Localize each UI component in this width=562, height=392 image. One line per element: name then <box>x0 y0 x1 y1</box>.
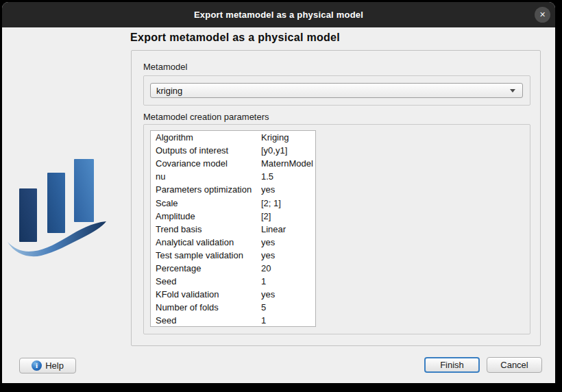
param-name-cell: nu <box>156 171 261 182</box>
window-title: Export metamodel as a physical model <box>194 10 363 20</box>
table-row[interactable]: Trend basis Linear <box>151 223 315 236</box>
param-name-cell: Algorithm <box>156 132 261 143</box>
table-row[interactable]: Analytical validation yes <box>151 236 315 249</box>
param-name-cell: Amplitude <box>156 211 261 221</box>
table-row[interactable]: Number of folds 5 <box>151 301 315 314</box>
param-name-cell: Seed <box>156 315 261 326</box>
info-icon: i <box>32 360 42 371</box>
table-row[interactable]: Parameters optimization yes <box>151 183 315 196</box>
close-button[interactable]: ✕ <box>535 7 550 23</box>
param-value-cell: 1 <box>261 315 315 326</box>
dialog-content: Export metamodel as a physical model Met… <box>2 27 555 383</box>
params-table[interactable]: Algorithm Kriging Outputs of interest [y… <box>150 130 316 327</box>
param-value-cell: MaternModel <box>261 158 315 169</box>
param-name-cell: Percentage <box>156 263 261 273</box>
finish-button[interactable]: Finish <box>424 357 480 373</box>
table-row[interactable]: Algorithm Kriging <box>151 131 315 144</box>
table-row[interactable]: Covariance model MaternModel <box>151 157 315 170</box>
parameters-label: Metamodel creation parameters <box>143 112 269 122</box>
param-value-cell: Linear <box>261 224 315 234</box>
param-value-cell: 1 <box>261 276 315 286</box>
param-name-cell: Analytical validation <box>156 237 261 247</box>
param-value-cell: yes <box>261 184 315 195</box>
param-name-cell: Number of folds <box>156 302 261 313</box>
table-row[interactable]: Outputs of interest [y0,y1] <box>151 144 315 157</box>
table-row[interactable]: nu 1.5 <box>151 170 315 183</box>
help-button-label: Help <box>45 360 64 371</box>
param-value-cell: 5 <box>261 302 315 313</box>
dialog-window: Export metamodel as a physical model ✕ E… <box>2 2 555 383</box>
page-title: Export metamodel as a physical model <box>130 32 340 44</box>
chevron-down-icon <box>510 89 515 93</box>
param-name-cell: Seed <box>156 276 261 286</box>
table-row[interactable]: KFold validation yes <box>151 288 315 301</box>
param-value-cell: [2] <box>261 211 315 221</box>
param-name-cell: Covariance model <box>156 158 261 169</box>
help-button[interactable]: i Help <box>19 358 76 373</box>
param-value-cell: [y0,y1] <box>261 145 315 156</box>
param-name-cell: KFold validation <box>156 289 261 299</box>
table-row[interactable]: Percentage 20 <box>151 262 315 275</box>
param-value-cell: yes <box>261 250 315 260</box>
param-value-cell: [2; 1] <box>261 198 315 208</box>
param-value-cell: 1.5 <box>261 171 315 182</box>
param-name-cell: Scale <box>156 198 261 208</box>
table-row[interactable]: Scale [2; 1] <box>151 196 315 209</box>
persalys-logo-icon <box>5 155 110 258</box>
logo-bar-right <box>74 159 94 222</box>
close-icon: ✕ <box>539 11 546 19</box>
metamodel-combobox[interactable]: kriging <box>150 83 523 98</box>
param-name-cell: Outputs of interest <box>156 145 261 156</box>
logo-bar-left <box>19 188 37 242</box>
param-value-cell: yes <box>261 289 315 299</box>
cancel-button-label: Cancel <box>500 360 528 370</box>
finish-button-label: Finish <box>440 360 464 370</box>
logo-bar-middle <box>47 173 65 233</box>
param-value-cell: yes <box>261 237 315 247</box>
metamodel-selected-value: kriging <box>151 86 510 96</box>
param-value-cell: 20 <box>261 263 315 273</box>
table-row[interactable]: Amplitude [2] <box>151 210 315 223</box>
cancel-button[interactable]: Cancel <box>487 357 542 373</box>
table-row[interactable]: Seed 1 <box>151 314 315 327</box>
param-name-cell: Test sample validation <box>156 250 261 260</box>
param-value-cell: Kriging <box>261 132 315 143</box>
param-name-cell: Parameters optimization <box>156 184 261 195</box>
metamodel-label: Metamodel <box>143 62 187 72</box>
titlebar[interactable]: Export metamodel as a physical model ✕ <box>2 2 555 27</box>
param-name-cell: Trend basis <box>156 224 261 234</box>
table-row[interactable]: Test sample validation yes <box>151 249 315 262</box>
table-row[interactable]: Seed 1 <box>151 275 315 288</box>
